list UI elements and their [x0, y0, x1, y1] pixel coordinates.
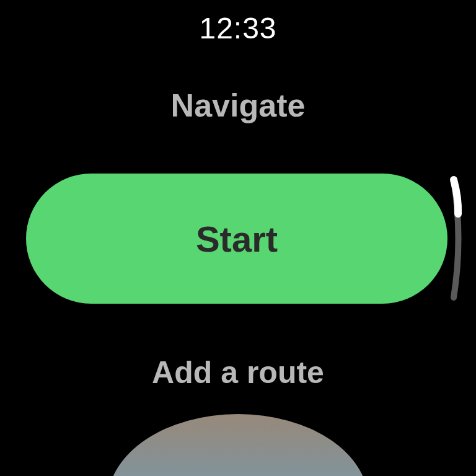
route-preview-image[interactable]	[108, 414, 368, 476]
add-route-button[interactable]: Add a route	[152, 355, 324, 390]
start-button-label: Start	[196, 218, 278, 260]
page-title: Navigate	[171, 87, 306, 124]
status-time: 12:33	[199, 11, 276, 45]
scroll-indicator	[447, 174, 466, 304]
start-button[interactable]: Start	[26, 174, 447, 304]
